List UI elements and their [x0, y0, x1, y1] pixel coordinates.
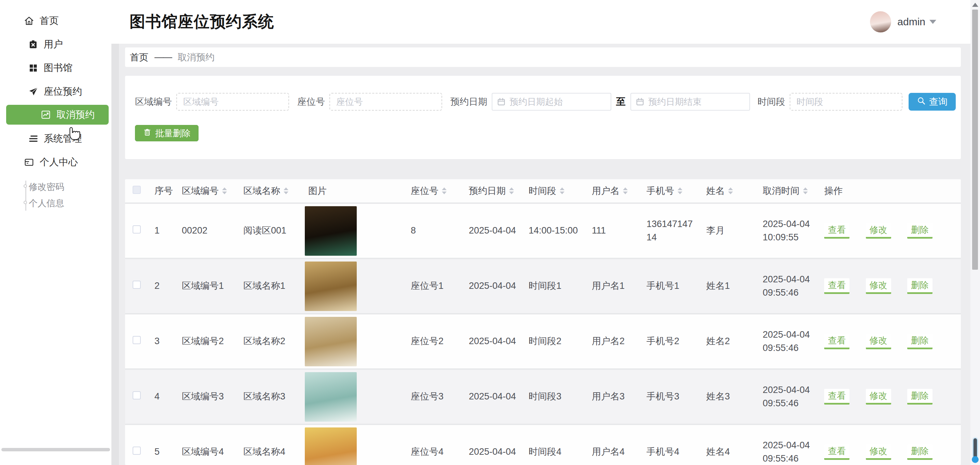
- list-icon: [28, 133, 38, 144]
- edit-button[interactable]: 修改: [866, 333, 891, 349]
- sidebar-horizontal-scrollbar[interactable]: [2, 448, 110, 451]
- main-area: 图书馆座位预约系统 admin 首页 —— 取消预约 区域编号 座位号 预约日期: [111, 0, 970, 465]
- avatar: [870, 11, 891, 32]
- sidebar: 首页 用户 图书馆 座位预约 取消预约: [0, 0, 111, 465]
- delete-button[interactable]: 删除: [907, 389, 932, 405]
- col-header-cancel-time[interactable]: 取消时间: [755, 179, 817, 203]
- sidebar-item-home[interactable]: 首页: [0, 9, 111, 32]
- search-icon: [917, 96, 929, 108]
- sort-icons: [803, 187, 808, 194]
- delete-button[interactable]: 删除: [907, 223, 932, 239]
- col-header-phone[interactable]: 手机号: [639, 179, 699, 203]
- blue-pin-indicator: [972, 438, 978, 464]
- user-dropdown[interactable]: admin: [870, 0, 936, 44]
- library-photo[interactable]: [305, 317, 357, 366]
- date-start-field[interactable]: [492, 93, 611, 111]
- library-photo[interactable]: [305, 262, 357, 311]
- cell-seat-no: 8: [403, 203, 461, 259]
- username-label: admin: [897, 16, 925, 28]
- scrollbar-thumb[interactable]: [972, 10, 978, 270]
- cell-seat-no: 座位号1: [403, 259, 461, 314]
- library-photo[interactable]: [305, 427, 357, 465]
- library-grid-icon: [28, 63, 38, 73]
- cell-username: 用户名1: [584, 259, 639, 314]
- edit-button[interactable]: 修改: [866, 389, 891, 405]
- delete-button[interactable]: 删除: [907, 278, 932, 294]
- col-header-name[interactable]: 姓名: [699, 179, 755, 203]
- breadcrumb-home-link[interactable]: 首页: [130, 51, 148, 63]
- view-button[interactable]: 查看: [824, 444, 850, 460]
- col-header-username[interactable]: 用户名: [584, 179, 639, 203]
- view-button[interactable]: 查看: [824, 333, 850, 349]
- sidebar-item-seat-reservation[interactable]: 座位预约: [0, 79, 111, 103]
- col-header-seat-no[interactable]: 座位号: [403, 179, 461, 203]
- row-checkbox[interactable]: [132, 225, 141, 233]
- filter-panel: 区域编号 座位号 预约日期 至 时间段: [125, 76, 961, 159]
- cell-index: 4: [147, 369, 174, 424]
- select-all-checkbox[interactable]: [132, 186, 141, 194]
- pin-ball: [972, 456, 978, 463]
- sidebar-item-system-management[interactable]: 系统管理: [0, 127, 111, 150]
- table-header-row: 序号 区域编号 区域名称 图片 座位号 预约日期 时间段 用户名 手机号 姓名 …: [125, 179, 961, 203]
- vertical-scrollbar[interactable]: [970, 0, 980, 465]
- area-code-input[interactable]: [176, 93, 289, 111]
- edit-button[interactable]: 修改: [866, 223, 891, 239]
- date-end-input[interactable]: [648, 97, 745, 107]
- col-header-time-slot[interactable]: 时间段: [521, 179, 584, 203]
- cell-time-slot: 时间段3: [521, 369, 584, 424]
- date-end-field[interactable]: [630, 93, 750, 111]
- cell-seat-no: 座位号4: [403, 424, 461, 465]
- col-header-area-code[interactable]: 区域编号: [174, 179, 236, 203]
- col-header-date[interactable]: 预约日期: [461, 179, 521, 203]
- sidebar-item-personal-center[interactable]: 个人中心: [0, 150, 111, 174]
- breadcrumb: 首页 —— 取消预约: [125, 48, 961, 67]
- search-button[interactable]: 查询: [908, 93, 956, 111]
- time-slot-input[interactable]: [790, 93, 902, 111]
- library-photo[interactable]: [305, 206, 357, 256]
- cell-date: 2025-04-04: [461, 424, 521, 465]
- sidebar-nav: 首页 用户 图书馆 座位预约 取消预约: [0, 0, 111, 211]
- date-start-input[interactable]: [509, 97, 606, 107]
- sidebar-item-cancel-reservation[interactable]: 取消预约: [6, 105, 109, 125]
- library-photo[interactable]: [305, 372, 357, 422]
- cell-area-name: 阅读区001: [236, 203, 301, 259]
- sort-icons: [509, 187, 514, 194]
- content-left-gutter: [111, 44, 119, 465]
- cell-select: [125, 203, 147, 259]
- sidebar-item-users[interactable]: 用户: [0, 32, 111, 56]
- batch-delete-button[interactable]: 批量删除: [135, 125, 199, 141]
- seat-no-input[interactable]: [329, 93, 442, 111]
- sort-icons: [560, 187, 565, 194]
- edit-button[interactable]: 修改: [866, 278, 891, 294]
- col-header-photo: 图片: [301, 179, 403, 203]
- cell-phone: 13614714714: [639, 203, 699, 259]
- view-button[interactable]: 查看: [824, 389, 850, 405]
- cell-area-code: 区域编号4: [174, 424, 236, 465]
- cell-select: [125, 424, 147, 465]
- cell-photo: [301, 259, 403, 314]
- date-label: 预约日期: [450, 95, 487, 108]
- sidebar-item-change-password[interactable]: 修改密码: [29, 179, 111, 195]
- cell-area-code: 区域编号3: [174, 369, 236, 424]
- search-button-label: 查询: [929, 95, 948, 108]
- delete-button[interactable]: 删除: [907, 333, 932, 349]
- cell-select: [125, 369, 147, 424]
- scroll-up-arrow-icon[interactable]: [972, 3, 978, 7]
- cell-actions: 查看 修改 删除: [817, 424, 961, 465]
- edit-button[interactable]: 修改: [866, 444, 891, 460]
- row-checkbox[interactable]: [132, 281, 141, 289]
- row-checkbox[interactable]: [132, 447, 141, 455]
- cell-photo: [301, 424, 403, 465]
- row-checkbox[interactable]: [132, 336, 141, 344]
- view-button[interactable]: 查看: [824, 223, 850, 239]
- delete-button[interactable]: 删除: [907, 444, 932, 460]
- cell-seat-no: 座位号2: [403, 314, 461, 369]
- chevron-down-icon: [929, 20, 936, 24]
- col-header-area-name[interactable]: 区域名称: [236, 179, 301, 203]
- subnav-bullet-icon: [24, 184, 27, 188]
- card-icon: [24, 157, 34, 167]
- sidebar-item-library[interactable]: 图书馆: [0, 56, 111, 79]
- row-checkbox[interactable]: [132, 391, 141, 400]
- view-button[interactable]: 查看: [824, 278, 850, 294]
- sidebar-item-personal-info[interactable]: 个人信息: [29, 195, 111, 211]
